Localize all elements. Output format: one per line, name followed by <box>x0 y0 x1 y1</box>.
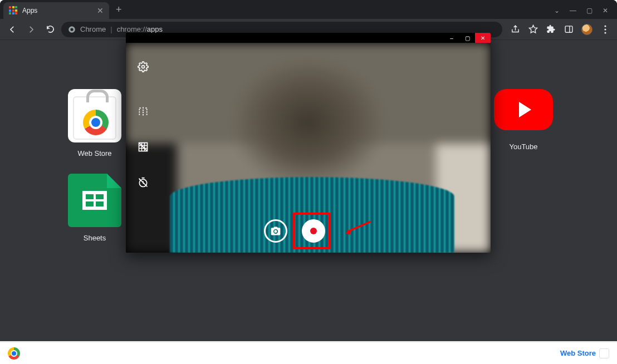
extensions-icon[interactable] <box>546 24 556 35</box>
tab-title: Apps <box>22 7 37 14</box>
camera-body <box>126 43 491 253</box>
camera-titlebar[interactable]: – ▢ ✕ <box>126 33 491 43</box>
new-tab-button[interactable]: + <box>111 1 126 19</box>
camera-app-window: – ▢ ✕ <box>126 33 491 253</box>
toolbar-right <box>506 24 613 35</box>
back-button[interactable] <box>4 22 20 37</box>
app-tile-webstore[interactable]: Web Store <box>61 89 128 158</box>
camera-timer-button[interactable] <box>136 175 150 190</box>
svg-point-6 <box>142 66 145 68</box>
webstore-icon <box>68 89 121 142</box>
apps-favicon <box>9 6 18 15</box>
youtube-icon <box>494 89 553 130</box>
tab-strip: Apps ✕ + ⌄ — ▢ ✕ <box>0 0 617 19</box>
annotation-arrow-icon <box>344 220 372 235</box>
tab-close-icon[interactable]: ✕ <box>97 6 104 15</box>
omnibox-path-prefix: chrome:// <box>117 25 147 33</box>
kebab-menu-icon[interactable] <box>600 24 610 35</box>
window-close-icon[interactable]: ✕ <box>603 7 608 14</box>
sheets-icon <box>68 174 121 227</box>
webstore-mini-icon <box>599 348 609 358</box>
footer-webstore-label: Web Store <box>560 349 596 357</box>
share-icon[interactable] <box>510 24 520 35</box>
app-tile-youtube[interactable]: YouTube <box>490 89 557 151</box>
camera-mirror-button[interactable] <box>136 104 150 119</box>
app-label: YouTube <box>490 142 557 151</box>
svg-point-5 <box>604 32 606 33</box>
camera-minimize-button[interactable]: – <box>444 33 459 43</box>
footer-webstore-link[interactable]: Web Store <box>560 348 609 358</box>
window-minimize-icon[interactable]: — <box>570 7 576 14</box>
sidepanel-icon[interactable] <box>564 24 574 35</box>
app-label: Sheets <box>61 234 128 242</box>
camera-maximize-button[interactable]: ▢ <box>459 33 475 43</box>
record-dot-icon <box>310 228 317 234</box>
svg-point-3 <box>604 25 606 27</box>
camera-close-button[interactable]: ✕ <box>475 33 491 43</box>
apps-footer: Web Store <box>0 342 617 364</box>
chrome-logo-icon[interactable] <box>8 347 20 360</box>
record-video-button[interactable] <box>302 219 325 243</box>
window-controls: ⌄ — ▢ ✕ <box>554 2 614 19</box>
chrome-scheme-icon <box>68 26 76 33</box>
bookmark-star-icon[interactable] <box>528 24 538 35</box>
svg-point-1 <box>70 28 73 31</box>
app-label: Web Store <box>61 149 128 158</box>
omnibox-path: apps <box>147 25 163 33</box>
reload-button[interactable] <box>42 22 58 37</box>
camera-grid-button[interactable] <box>136 140 150 154</box>
app-tile-sheets[interactable]: Sheets <box>61 174 128 242</box>
profile-avatar[interactable] <box>581 24 592 35</box>
browser-window: Apps ✕ + ⌄ — ▢ ✕ Chrome | chrome://apps <box>0 0 617 341</box>
forward-button[interactable] <box>23 22 39 37</box>
omnibox-scheme: Chrome <box>80 25 106 33</box>
svg-point-4 <box>604 28 606 30</box>
window-maximize-icon[interactable]: ▢ <box>586 7 592 14</box>
apps-page: Web Store Sheets YouTube – ▢ ✕ <box>0 40 617 341</box>
svg-rect-2 <box>565 26 572 32</box>
camera-settings-button[interactable] <box>136 60 150 74</box>
tab-apps[interactable]: Apps ✕ <box>3 2 109 19</box>
window-chevron-icon[interactable]: ⌄ <box>554 7 560 14</box>
take-photo-button[interactable] <box>264 219 287 243</box>
omnibox-divider: | <box>110 25 112 33</box>
